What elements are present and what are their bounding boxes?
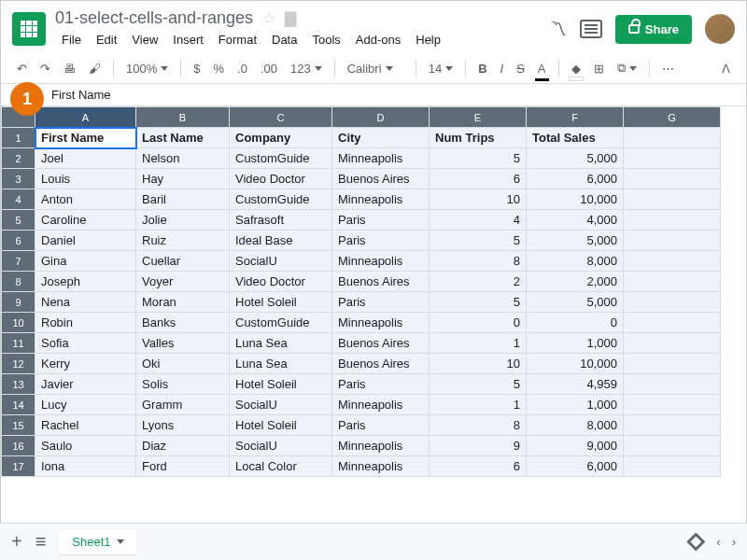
column-header[interactable]: A — [35, 107, 136, 128]
collapse-toolbar-icon[interactable]: ᐱ — [717, 58, 735, 79]
cell[interactable]: Cuellar — [136, 251, 230, 272]
row-header[interactable]: 14 — [2, 395, 35, 415]
all-sheets-button[interactable]: ≡ — [35, 531, 47, 553]
cell[interactable]: SocialU — [230, 395, 332, 415]
cell[interactable]: Hotel Soleil — [230, 292, 332, 313]
row-header[interactable]: 7 — [2, 251, 35, 272]
cell[interactable]: 10,000 — [527, 354, 624, 374]
cell[interactable] — [624, 272, 721, 292]
row-header[interactable]: 5 — [2, 210, 35, 231]
cell[interactable]: Caroline — [35, 210, 136, 231]
add-sheet-button[interactable]: + — [11, 531, 22, 553]
column-header[interactable]: F — [527, 107, 624, 128]
avatar[interactable] — [705, 14, 735, 44]
cell[interactable]: 5,000 — [527, 231, 624, 251]
cell[interactable] — [624, 374, 721, 395]
cell[interactable]: Minneapolis — [332, 436, 430, 456]
bold-button[interactable]: B — [473, 58, 491, 79]
more-formats[interactable]: 123 — [286, 58, 327, 79]
cell[interactable]: Kerry — [35, 354, 136, 374]
cell[interactable]: 4,959 — [527, 374, 624, 395]
cell[interactable]: 1 — [430, 395, 527, 415]
cell[interactable]: Minneapolis — [332, 395, 430, 415]
cell[interactable]: Robin — [35, 313, 136, 333]
cell[interactable] — [624, 251, 721, 272]
cell[interactable] — [624, 231, 721, 251]
menu-insert[interactable]: Insert — [166, 30, 210, 49]
cell[interactable]: First Name — [35, 128, 136, 148]
cell[interactable]: Sofia — [35, 333, 136, 354]
cell[interactable] — [624, 415, 721, 436]
cell[interactable]: 9,000 — [527, 436, 624, 456]
cell[interactable]: Buenos Aires — [332, 272, 430, 292]
cell[interactable]: Jolie — [136, 210, 230, 231]
cell[interactable]: Lucy — [35, 395, 136, 415]
cell[interactable]: Joseph — [35, 272, 136, 292]
row-header[interactable]: 6 — [2, 231, 35, 251]
cell[interactable]: 6,000 — [527, 456, 624, 477]
cell[interactable]: Diaz — [136, 436, 230, 456]
cell[interactable]: Paris — [332, 292, 430, 313]
cell[interactable] — [624, 313, 721, 333]
cell[interactable]: Last Name — [136, 128, 230, 148]
cell[interactable]: Local Color — [230, 456, 332, 477]
cell[interactable]: Solis — [136, 374, 230, 395]
row-header[interactable]: 4 — [2, 189, 35, 210]
cell[interactable]: Louis — [35, 169, 136, 189]
cell[interactable]: Minneapolis — [332, 313, 430, 333]
cell[interactable] — [624, 436, 721, 456]
cell[interactable]: Paris — [332, 231, 430, 251]
cell[interactable]: 8,000 — [527, 251, 624, 272]
menu-tools[interactable]: Tools — [305, 30, 346, 49]
menu-data[interactable]: Data — [265, 30, 303, 49]
cell[interactable]: Voyer — [136, 272, 230, 292]
cell[interactable] — [624, 333, 721, 354]
cell[interactable]: Anton — [35, 189, 136, 210]
menu-view[interactable]: View — [125, 30, 164, 49]
cell[interactable]: Daniel — [35, 231, 136, 251]
cell[interactable]: Minneapolis — [332, 251, 430, 272]
cell[interactable]: Oki — [136, 354, 230, 374]
column-header[interactable]: D — [332, 107, 430, 128]
cell[interactable]: Rachel — [35, 415, 136, 436]
folder-icon[interactable]: ▇ — [285, 9, 296, 27]
cell[interactable]: Buenos Aires — [332, 354, 430, 374]
cell[interactable] — [624, 210, 721, 231]
cell[interactable]: 8,000 — [527, 415, 624, 436]
cell[interactable]: Ideal Base — [230, 231, 332, 251]
cell[interactable] — [624, 395, 721, 415]
cell[interactable]: 6 — [430, 169, 527, 189]
cell[interactable]: Paris — [332, 210, 430, 231]
cell[interactable]: Luna Sea — [230, 354, 332, 374]
text-color-button[interactable]: A — [533, 58, 551, 79]
comments-icon[interactable] — [580, 20, 602, 38]
column-header[interactable]: B — [136, 107, 230, 128]
row-header[interactable]: 16 — [2, 436, 35, 456]
column-header[interactable]: G — [624, 107, 721, 128]
cell[interactable]: Ford — [136, 456, 230, 477]
cell[interactable]: Gramm — [136, 395, 230, 415]
currency-format[interactable]: $ — [189, 58, 204, 79]
cell[interactable]: Nena — [35, 292, 136, 313]
menu-file[interactable]: File — [55, 30, 88, 49]
menu-add-ons[interactable]: Add-ons — [349, 30, 407, 49]
cell[interactable] — [624, 456, 721, 477]
cell[interactable]: 5,000 — [527, 148, 624, 169]
cell[interactable]: Num Trips — [430, 128, 527, 148]
cell[interactable]: Valles — [136, 333, 230, 354]
cell[interactable]: Joel — [35, 148, 136, 169]
cell[interactable]: 10 — [430, 354, 527, 374]
cell[interactable] — [624, 189, 721, 210]
cell[interactable]: SocialU — [230, 251, 332, 272]
cell[interactable]: Hotel Soleil — [230, 415, 332, 436]
cell[interactable]: Nelson — [136, 148, 230, 169]
trend-icon[interactable]: 〽 — [550, 20, 567, 39]
menu-format[interactable]: Format — [212, 30, 263, 49]
cell[interactable]: Video Doctor — [230, 272, 332, 292]
sheet-tab[interactable]: Sheet1 — [59, 529, 136, 554]
row-header[interactable]: 10 — [2, 313, 35, 333]
cell[interactable]: Banks — [136, 313, 230, 333]
font-size-selector[interactable]: 14 — [424, 58, 458, 79]
cell[interactable]: Lyons — [136, 415, 230, 436]
cell[interactable]: 6,000 — [527, 169, 624, 189]
